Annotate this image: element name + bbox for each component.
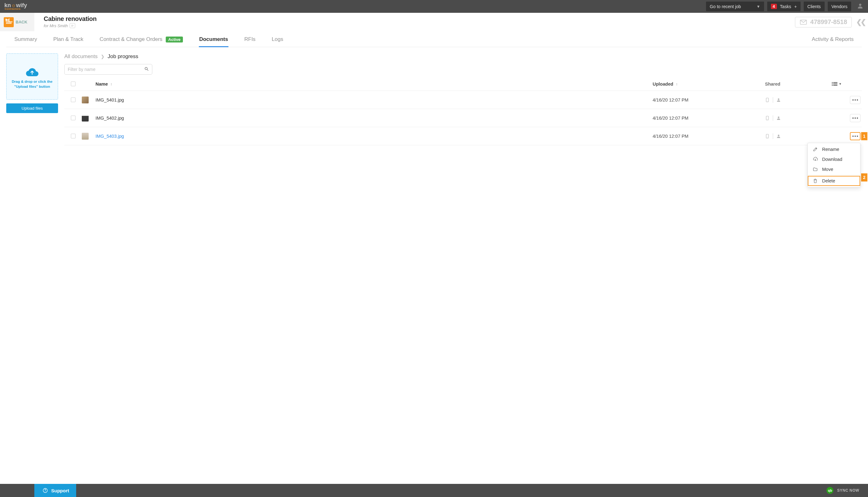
folder-icon bbox=[813, 167, 818, 172]
tab-logs[interactable]: Logs bbox=[264, 32, 292, 47]
chevron-right-icon: ❯ bbox=[101, 54, 105, 59]
svg-rect-2 bbox=[73, 25, 74, 25]
user-menu[interactable] bbox=[857, 2, 864, 10]
trash-icon bbox=[813, 179, 818, 183]
plus-icon: + bbox=[794, 4, 797, 9]
ctx-move[interactable]: Move bbox=[808, 164, 860, 174]
file-uploaded: 4/16/20 12:07 PM bbox=[653, 116, 765, 120]
back-button[interactable]: $ BACK bbox=[0, 13, 34, 31]
file-name[interactable]: IMG_5401.jpg bbox=[95, 98, 653, 102]
col-shared-header: Shared ▼ bbox=[765, 82, 843, 86]
upload-files-button[interactable]: Upload files bbox=[6, 103, 58, 113]
tab-documents[interactable]: Documents bbox=[191, 32, 236, 47]
row-context-menu: Rename Download Move bbox=[807, 143, 860, 187]
job-id-box[interactable]: 478997-8518 bbox=[795, 17, 852, 28]
tasks-label: Tasks bbox=[780, 4, 791, 9]
svg-rect-10 bbox=[833, 83, 838, 84]
mobile-icon bbox=[765, 97, 770, 103]
breadcrumb-current: Job progress bbox=[108, 53, 138, 60]
clients-button[interactable]: Clients bbox=[804, 2, 825, 11]
file-thumbnail bbox=[82, 115, 89, 122]
row-checkbox[interactable] bbox=[71, 134, 75, 138]
caret-down-icon: ▼ bbox=[839, 82, 842, 86]
table-header: Name ↑ Uploaded ↑ Shared ▼ bbox=[64, 77, 862, 91]
svg-point-17 bbox=[767, 119, 767, 119]
back-label: BACK bbox=[16, 20, 28, 24]
col-name-header[interactable]: Name ↑ bbox=[95, 82, 653, 86]
table-row[interactable]: IMG_5401.jpg 4/16/20 12:07 PM bbox=[64, 91, 862, 109]
row-checkbox[interactable] bbox=[71, 98, 75, 102]
upload-sidebar: Drag & drop or click the "Upload files" … bbox=[6, 53, 58, 145]
person-icon bbox=[776, 115, 781, 121]
topbar: kn☼wify Contractors Go to recent job ▼ 4… bbox=[0, 0, 868, 13]
filter-input[interactable] bbox=[64, 67, 141, 72]
tab-bar: Summary Plan & Track Contract & Change O… bbox=[6, 32, 862, 47]
svg-point-5 bbox=[145, 68, 148, 70]
ctx-delete[interactable]: Delete bbox=[808, 176, 860, 186]
row-actions-button[interactable] bbox=[850, 114, 860, 122]
select-all-checkbox[interactable] bbox=[71, 82, 75, 86]
svg-point-21 bbox=[778, 134, 779, 136]
list-view-icon bbox=[832, 82, 837, 86]
row-checkbox[interactable] bbox=[71, 116, 75, 120]
job-client-label: for Mrs Smith bbox=[44, 24, 68, 28]
logo[interactable]: kn☼wify Contractors bbox=[4, 3, 27, 10]
file-uploaded: 4/16/20 12:07 PM bbox=[653, 98, 765, 102]
help-icon bbox=[42, 488, 48, 493]
job-title: Cabine renovation bbox=[44, 15, 795, 23]
chevron-down-icon: ▼ bbox=[756, 4, 760, 9]
svg-rect-11 bbox=[832, 85, 833, 86]
row-actions-button[interactable] bbox=[850, 132, 860, 140]
svg-point-18 bbox=[778, 116, 779, 118]
sync-now-button[interactable]: qb SYNC NOW bbox=[826, 487, 868, 494]
search-icon[interactable] bbox=[141, 67, 152, 72]
vendors-button[interactable]: Vendors bbox=[828, 2, 851, 11]
file-uploaded: 4/16/20 12:07 PM bbox=[653, 134, 765, 139]
cloud-upload-icon bbox=[26, 67, 39, 77]
client-card-icon[interactable] bbox=[70, 23, 75, 28]
tab-plan-track[interactable]: Plan & Track bbox=[45, 32, 91, 47]
ctx-rename[interactable]: Rename bbox=[808, 144, 860, 154]
footer: Support qb SYNC NOW bbox=[0, 484, 868, 497]
edit-icon bbox=[813, 147, 818, 152]
support-button[interactable]: Support bbox=[34, 484, 76, 497]
svg-point-14 bbox=[767, 101, 767, 101]
breadcrumb: All documents ❯ Job progress bbox=[64, 53, 862, 60]
svg-point-20 bbox=[767, 137, 767, 138]
person-icon bbox=[776, 97, 781, 103]
filter-field[interactable] bbox=[64, 64, 152, 75]
svg-rect-7 bbox=[832, 82, 833, 83]
active-badge: Active bbox=[166, 37, 183, 42]
callout-2: 2 bbox=[861, 173, 867, 182]
tab-contract[interactable]: Contract & Change Orders Active bbox=[91, 32, 191, 47]
file-thumbnail bbox=[82, 133, 89, 140]
tab-activity-reports[interactable]: Activity & Reports bbox=[804, 32, 862, 47]
document-icon: $ bbox=[4, 17, 14, 27]
recent-job-dropdown[interactable]: Go to recent job ▼ bbox=[706, 2, 764, 11]
recent-job-label: Go to recent job bbox=[710, 4, 741, 9]
table-row[interactable]: IMG_5402.jpg 4/16/20 12:07 PM bbox=[64, 109, 862, 127]
ctx-download[interactable]: Download bbox=[808, 154, 860, 164]
job-header: $ BACK Cabine renovation for Mrs Smith 4… bbox=[0, 13, 868, 31]
shared-indicators bbox=[765, 97, 781, 103]
download-icon bbox=[813, 157, 818, 162]
tab-rfis[interactable]: RFIs bbox=[236, 32, 264, 47]
col-uploaded-header[interactable]: Uploaded ↑ bbox=[653, 82, 765, 86]
file-name[interactable]: IMG_5403.jpg bbox=[95, 134, 653, 139]
prev-job-icon[interactable]: ❮❮ bbox=[856, 18, 865, 26]
tab-summary[interactable]: Summary bbox=[6, 32, 45, 47]
view-mode-toggle[interactable]: ▼ bbox=[832, 82, 843, 86]
job-id: 478997-8518 bbox=[810, 18, 847, 26]
file-name[interactable]: IMG_5402.jpg bbox=[95, 116, 653, 120]
row-actions-button[interactable] bbox=[850, 96, 860, 104]
callout-1: 1 bbox=[861, 132, 867, 140]
svg-point-1 bbox=[72, 25, 73, 26]
envelope-icon bbox=[800, 18, 807, 26]
breadcrumb-root[interactable]: All documents bbox=[64, 53, 98, 60]
tasks-button[interactable]: 4 Tasks + bbox=[767, 2, 800, 11]
svg-point-15 bbox=[778, 98, 779, 100]
table-row[interactable]: IMG_5403.jpg 4/16/20 12:07 PM 1 bbox=[64, 127, 862, 145]
sort-asc-icon: ↑ bbox=[676, 82, 678, 86]
quickbooks-icon: qb bbox=[826, 487, 833, 494]
upload-dropzone[interactable]: Drag & drop or click the "Upload files" … bbox=[6, 53, 58, 100]
